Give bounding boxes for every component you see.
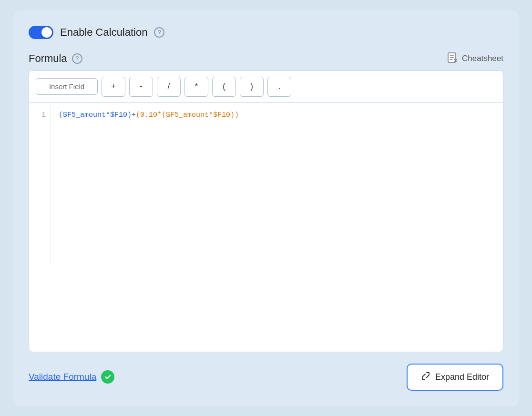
validate-formula-label: Validate Formula — [29, 372, 96, 382]
formula-help-icon[interactable]: ? — [72, 53, 82, 64]
cheatsheet-label: Cheatsheet — [462, 54, 503, 63]
toggle-knob — [41, 27, 52, 38]
code-part1: ($F5_amount*$F10) — [59, 111, 132, 119]
line-numbers: 1 — [29, 103, 51, 265]
line-number-1: 1 — [41, 111, 46, 119]
code-content[interactable]: ($F5_amount*$F10)+(0.10*($F5_amount*$F10… — [51, 103, 503, 265]
formula-editor: Insert Field + - / * ( ) . 1 ($F5_amount… — [29, 71, 503, 352]
insert-field-button[interactable]: Insert Field — [36, 78, 98, 95]
expand-editor-icon — [421, 371, 430, 383]
formula-title: Formula — [29, 52, 67, 65]
operator-open-paren-button[interactable]: ( — [212, 77, 236, 97]
main-panel: Enable Calculation ? Formula ? Cheatshee… — [13, 10, 519, 406]
validate-formula-link[interactable]: Validate Formula — [29, 370, 114, 384]
code-plus: + — [132, 111, 136, 119]
toggle-help-icon[interactable]: ? — [154, 27, 164, 38]
toggle-row: Enable Calculation ? — [29, 26, 503, 39]
operator-plus-button[interactable]: + — [102, 77, 125, 97]
operator-divide-button[interactable]: / — [157, 77, 181, 97]
expand-editor-label: Expand Editor — [435, 372, 489, 382]
validation-success-icon — [101, 370, 114, 384]
formula-left: Formula ? — [29, 52, 82, 65]
cheatsheet-button[interactable]: Cheatsheet — [448, 52, 503, 65]
expand-editor-button[interactable]: Expand Editor — [407, 364, 503, 391]
editor-toolbar: Insert Field + - / * ( ) . — [29, 71, 503, 103]
operator-multiply-button[interactable]: * — [184, 77, 208, 97]
cheatsheet-doc-icon — [448, 52, 458, 65]
toggle-label: Enable Calculation — [60, 26, 147, 39]
enable-calculation-toggle[interactable] — [29, 26, 53, 39]
operator-close-paren-button[interactable]: ) — [240, 77, 264, 97]
bottom-bar: Validate Formula Expand Editor — [29, 364, 503, 391]
operator-dot-button[interactable]: . — [267, 77, 291, 97]
code-area[interactable]: 1 ($F5_amount*$F10)+(0.10*($F5_amount*$F… — [29, 103, 503, 265]
code-part2: (0.10*($F5_amount*$F10)) — [136, 111, 239, 119]
formula-header: Formula ? Cheatsheet — [29, 52, 503, 65]
operator-minus-button[interactable]: - — [129, 77, 153, 97]
